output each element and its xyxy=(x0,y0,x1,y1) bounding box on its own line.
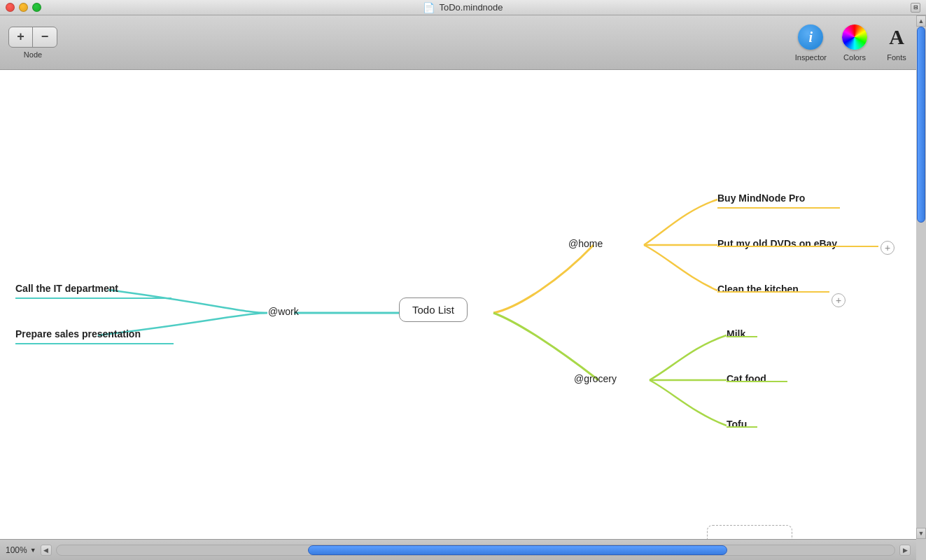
colors-icon-container xyxy=(841,23,869,51)
zoom-arrow-icon: ▼ xyxy=(30,547,36,554)
node-label: Node xyxy=(8,50,57,59)
inspector-icon-container: i xyxy=(797,23,825,51)
window-resize-control[interactable]: ⊟ xyxy=(911,3,920,13)
scroll-thumb-right[interactable] xyxy=(917,27,925,223)
bottombar: 100% ▼ ◀ ▶ xyxy=(0,539,916,560)
minimize-button[interactable] xyxy=(19,3,28,12)
remove-node-button[interactable]: − xyxy=(33,27,57,47)
scrollbar-bottom[interactable] xyxy=(56,545,895,556)
scroll-right-button[interactable]: ▶ xyxy=(899,545,911,556)
inspector-icon: i xyxy=(798,24,823,50)
scroll-left-button[interactable]: ◀ xyxy=(41,545,52,556)
fullscreen-button[interactable] xyxy=(32,3,41,12)
scroll-up-arrow[interactable]: ▲ xyxy=(916,15,926,27)
fonts-tool[interactable]: A Fonts xyxy=(876,18,918,67)
zoom-level: 100% xyxy=(6,545,27,555)
node-controls: + − Node xyxy=(8,27,57,59)
inspector-tool[interactable]: i Inspector xyxy=(788,18,834,67)
scroll-track-right[interactable] xyxy=(916,27,926,528)
scrollbar-bottom-thumb[interactable] xyxy=(308,545,727,555)
colors-icon xyxy=(842,24,867,50)
document-icon: 📄 xyxy=(423,2,435,13)
resize-button[interactable]: ⊟ xyxy=(911,3,920,13)
traffic-lights xyxy=(6,3,41,12)
toolbar-right: i Inspector Colors A Fonts xyxy=(788,18,918,67)
window-title: 📄 ToDo.mindnode xyxy=(423,2,503,13)
colors-label: Colors xyxy=(843,53,866,62)
close-button[interactable] xyxy=(6,3,15,12)
inspector-label: Inspector xyxy=(795,53,827,62)
add-dvds-button[interactable]: + xyxy=(881,241,895,255)
add-node-button[interactable]: + xyxy=(9,27,33,47)
colors-tool[interactable]: Colors xyxy=(834,18,876,67)
fonts-label: Fonts xyxy=(887,53,906,62)
central-node[interactable]: Todo List xyxy=(399,298,468,322)
toolbar: + − Node i Inspector Colors A Fonts xyxy=(0,15,926,70)
scrollbar-right[interactable]: ▲ ▼ xyxy=(916,15,926,539)
add-kitchen-button[interactable]: + xyxy=(832,293,846,307)
titlebar: 📄 ToDo.mindnode ⊟ xyxy=(0,0,926,15)
scroll-down-arrow[interactable]: ▼ xyxy=(916,528,926,539)
zoom-display: 100% ▼ xyxy=(6,545,36,555)
legend-box: Legend: – Open Item – Closed Item xyxy=(707,525,792,539)
node-button-group: + − xyxy=(8,27,57,48)
fonts-icon-container: A xyxy=(883,23,911,51)
mindmap-canvas: Todo List @work Call the IT department P… xyxy=(0,70,916,539)
fonts-icon: A xyxy=(884,24,909,50)
